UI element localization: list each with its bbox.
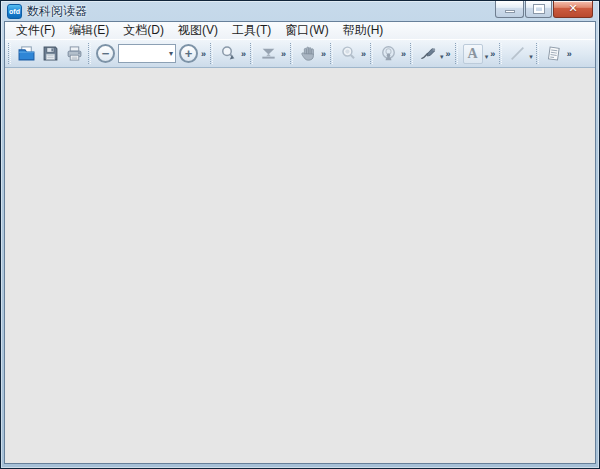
line-tool-button[interactable] bbox=[505, 42, 529, 66]
maximize-icon bbox=[534, 5, 544, 13]
toolbar-gripper[interactable] bbox=[290, 43, 293, 64]
pen-tool-button[interactable] bbox=[416, 42, 440, 66]
toolbar-gripper[interactable] bbox=[8, 43, 11, 64]
fit-page-button[interactable] bbox=[256, 42, 280, 66]
hand-icon bbox=[300, 45, 317, 62]
text-tool-icon: A bbox=[463, 44, 483, 64]
chevron-down-icon: ▾ bbox=[169, 49, 173, 59]
marquee-zoom-icon bbox=[220, 45, 237, 62]
hand-tool-button[interactable] bbox=[296, 42, 320, 66]
maximize-button[interactable] bbox=[525, 1, 552, 18]
toolbar-gripper[interactable] bbox=[88, 43, 91, 64]
note-tool-overflow-chevron[interactable]: » bbox=[567, 42, 571, 66]
magnifier-overflow-chevron[interactable]: » bbox=[361, 42, 365, 66]
window-controls: ✕ bbox=[494, 1, 593, 18]
menu-item-help[interactable]: 帮助(H) bbox=[336, 22, 391, 39]
menu-item-tools[interactable]: 工具(T) bbox=[225, 22, 278, 39]
line-tool-dropdown-icon[interactable]: ▾ bbox=[529, 52, 533, 62]
marquee-zoom-button[interactable] bbox=[216, 42, 240, 66]
save-button[interactable] bbox=[38, 42, 62, 66]
toolbar-gripper[interactable] bbox=[250, 43, 253, 64]
hand-tool-overflow-chevron[interactable]: » bbox=[321, 42, 325, 66]
window-title: 数科阅读器 bbox=[27, 3, 87, 20]
app-window: ofd 数科阅读器 ✕ 文件(F) 编辑(E) 文档(D) 视图(V) 工具(T… bbox=[0, 0, 600, 469]
menu-item-window[interactable]: 窗口(W) bbox=[278, 22, 335, 39]
minimize-button[interactable] bbox=[495, 1, 524, 18]
print-icon bbox=[66, 45, 83, 62]
marquee-zoom-overflow-chevron[interactable]: » bbox=[241, 42, 245, 66]
toolbar-gripper[interactable] bbox=[499, 43, 502, 64]
toolbar-gripper[interactable] bbox=[410, 43, 413, 64]
minimize-icon bbox=[505, 10, 515, 13]
app-icon: ofd bbox=[7, 4, 22, 19]
titlebar[interactable]: ofd 数科阅读器 ✕ bbox=[4, 1, 596, 21]
pen-tool-overflow-chevron[interactable]: » bbox=[446, 42, 450, 66]
menu-bar: 文件(F) 编辑(E) 文档(D) 视图(V) 工具(T) 窗口(W) 帮助(H… bbox=[5, 22, 595, 39]
read-aloud-button[interactable] bbox=[376, 42, 400, 66]
note-icon bbox=[545, 45, 562, 62]
toolbar-gripper[interactable] bbox=[536, 43, 539, 64]
magnifier-icon bbox=[340, 45, 357, 62]
pen-tool-dropdown-icon[interactable]: ▾ bbox=[440, 52, 444, 62]
toolbar-gripper[interactable] bbox=[330, 43, 333, 64]
save-icon bbox=[42, 45, 59, 62]
client-area: 文件(F) 编辑(E) 文档(D) 视图(V) 工具(T) 窗口(W) 帮助(H… bbox=[4, 21, 596, 464]
menu-item-file[interactable]: 文件(F) bbox=[9, 22, 62, 39]
menu-item-view[interactable]: 视图(V) bbox=[171, 22, 225, 39]
line-tool-icon bbox=[509, 45, 526, 62]
open-button[interactable] bbox=[14, 42, 38, 66]
read-aloud-overflow-chevron[interactable]: » bbox=[401, 42, 405, 66]
close-icon: ✕ bbox=[554, 2, 592, 15]
close-button[interactable]: ✕ bbox=[553, 1, 593, 18]
toolbar-gripper[interactable] bbox=[455, 43, 458, 64]
text-tool-dropdown-icon[interactable]: ▾ bbox=[485, 52, 489, 62]
pen-icon bbox=[420, 45, 437, 62]
note-tool-button[interactable] bbox=[542, 42, 566, 66]
fit-page-icon bbox=[260, 45, 277, 62]
zoom-in-button[interactable]: + bbox=[179, 44, 198, 63]
menu-item-edit[interactable]: 编辑(E) bbox=[62, 22, 116, 39]
open-icon bbox=[18, 45, 35, 62]
text-tool-button[interactable]: A bbox=[461, 42, 485, 66]
fit-page-overflow-chevron[interactable]: » bbox=[281, 42, 285, 66]
toolbar: − ▾ + » » bbox=[5, 39, 595, 68]
magnifier-button[interactable] bbox=[336, 42, 360, 66]
zoom-overflow-chevron[interactable]: » bbox=[201, 42, 205, 66]
zoom-out-button[interactable]: − bbox=[96, 44, 115, 63]
toolbar-gripper[interactable] bbox=[210, 43, 213, 64]
text-tool-overflow-chevron[interactable]: » bbox=[490, 42, 494, 66]
menu-item-document[interactable]: 文档(D) bbox=[116, 22, 171, 39]
read-aloud-icon bbox=[380, 45, 397, 62]
zoom-level-combobox[interactable]: ▾ bbox=[118, 44, 176, 63]
toolbar-gripper[interactable] bbox=[370, 43, 373, 64]
print-button[interactable] bbox=[62, 42, 86, 66]
document-canvas bbox=[5, 68, 595, 463]
